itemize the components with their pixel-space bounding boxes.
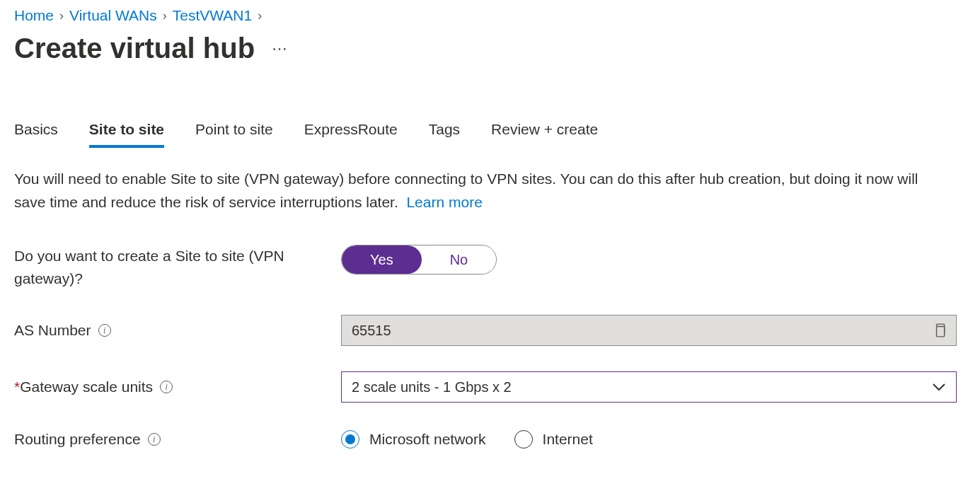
info-icon[interactable]: i bbox=[98, 324, 111, 337]
tab-site-to-site[interactable]: Site to site bbox=[89, 121, 164, 148]
form-row-gateway-scale-units: *Gateway scale units i 2 scale units - 1… bbox=[14, 371, 966, 403]
more-icon[interactable]: ⋯ bbox=[272, 40, 288, 58]
toggle-no[interactable]: No bbox=[422, 245, 497, 274]
radio-label-internet: Internet bbox=[543, 431, 593, 448]
info-icon[interactable]: i bbox=[160, 381, 173, 393]
learn-more-link[interactable]: Learn more bbox=[406, 194, 482, 210]
radio-internet[interactable]: Internet bbox=[514, 430, 593, 449]
create-gateway-label: Do you want to create a Site to site (VP… bbox=[14, 245, 341, 289]
title-row: Create virtual hub ⋯ bbox=[14, 33, 966, 64]
tabs: Basics Site to site Point to site Expres… bbox=[14, 121, 966, 148]
asn-input: 65515 bbox=[341, 315, 957, 346]
gsu-value: 2 scale units - 1 Gbps x 2 bbox=[352, 379, 512, 395]
radio-microsoft-network[interactable]: Microsoft network bbox=[341, 430, 486, 449]
routing-label: Routing preference i bbox=[14, 428, 341, 451]
chevron-down-icon bbox=[932, 383, 946, 391]
breadcrumb-resource-name[interactable]: TestVWAN1 bbox=[173, 7, 252, 24]
breadcrumb-home[interactable]: Home bbox=[14, 7, 54, 24]
required-indicator: * bbox=[14, 378, 20, 395]
asn-label-text: AS Number bbox=[14, 319, 91, 342]
chevron-right-icon: › bbox=[258, 8, 262, 23]
gsu-label: *Gateway scale units i bbox=[14, 376, 341, 398]
toggle-yes[interactable]: Yes bbox=[342, 245, 422, 274]
gsu-select[interactable]: 2 scale units - 1 Gbps x 2 bbox=[341, 371, 957, 403]
tab-tags[interactable]: Tags bbox=[429, 121, 460, 148]
form-row-asn: AS Number i 65515 bbox=[14, 315, 966, 346]
chevron-right-icon: › bbox=[59, 8, 64, 23]
tab-description: You will need to enable Site to site (VP… bbox=[14, 168, 948, 214]
radio-circle-icon bbox=[341, 430, 359, 449]
form-row-routing-preference: Routing preference i Microsoft network I… bbox=[14, 428, 966, 451]
routing-radio-group: Microsoft network Internet bbox=[341, 430, 957, 449]
tab-basics[interactable]: Basics bbox=[14, 121, 58, 148]
asn-value: 65515 bbox=[352, 323, 391, 339]
gsu-label-text: Gateway scale units bbox=[20, 378, 153, 395]
breadcrumb-virtual-wans[interactable]: Virtual WANs bbox=[69, 7, 157, 24]
tab-expressroute[interactable]: ExpressRoute bbox=[304, 121, 398, 148]
info-icon[interactable]: i bbox=[148, 433, 161, 446]
asn-label: AS Number i bbox=[14, 319, 341, 342]
routing-label-text: Routing preference bbox=[14, 428, 141, 451]
create-gateway-toggle[interactable]: Yes No bbox=[341, 245, 497, 274]
form-row-create-gateway: Do you want to create a Site to site (VP… bbox=[14, 245, 966, 289]
tab-point-to-site[interactable]: Point to site bbox=[195, 121, 273, 148]
page-title: Create virtual hub bbox=[14, 33, 255, 64]
copy-icon[interactable] bbox=[933, 323, 946, 337]
radio-label-ms: Microsoft network bbox=[369, 431, 486, 448]
svg-rect-0 bbox=[937, 327, 945, 337]
chevron-right-icon: › bbox=[163, 8, 167, 23]
breadcrumb: Home › Virtual WANs › TestVWAN1 › bbox=[14, 7, 966, 24]
tab-review-create[interactable]: Review + create bbox=[491, 121, 598, 148]
radio-circle-icon bbox=[514, 430, 533, 449]
